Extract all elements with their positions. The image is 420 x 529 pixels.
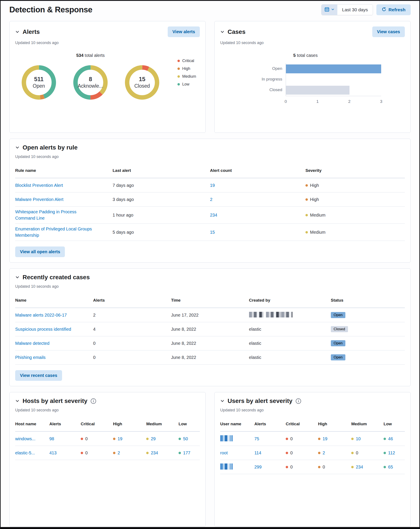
host-name-link[interactable]: windows... [15,436,35,441]
users-collapse-chevron-down-icon[interactable] [220,399,224,403]
legend-item-critical[interactable]: Critical [177,59,196,63]
severity-label: High [310,197,319,202]
users-table: User nameAlertsCriticalHighMediumLow 750… [220,422,405,474]
alert-count-link[interactable]: 234 [210,213,217,217]
severity-dot [383,452,386,454]
users-column-header-low: Low [383,422,405,426]
user-alerts-link[interactable]: 299 [254,464,262,469]
cases-panel: Cases View cases Updated 10 seconds ago … [214,21,411,133]
low-count-cell-value[interactable]: 112 [388,450,395,455]
medium-count-cell: 29 [146,436,179,441]
alerts-total-label: total alerts [85,53,105,58]
hosts-table: Host nameAlertsCriticalHighMediumLow win… [15,422,200,460]
date-range-value[interactable]: Last 30 days [337,5,373,15]
cases-collapse-chevron-down-icon[interactable] [220,30,224,34]
user-name-cell [220,463,254,471]
severity-dot [177,75,180,78]
open-alerts-collapse-chevron-down-icon[interactable] [15,145,20,150]
hosts-info-icon[interactable] [91,398,96,404]
refresh-label: Refresh [389,7,406,12]
low-count-cell-value[interactable]: 65 [388,464,393,470]
date-picker-quick-menu[interactable] [322,5,337,15]
severity-cell: Medium [305,230,405,235]
case-created-by-cell: elastic [249,327,331,332]
host-name-cell: elastic-5... [15,450,49,455]
case-name-link[interactable]: Phishing emails [15,355,46,360]
hosts-collapse-chevron-down-icon[interactable] [15,399,20,403]
refresh-button[interactable]: Refresh [376,4,411,15]
calendar-icon [324,7,329,13]
high-count-cell-value[interactable]: 2 [118,450,120,455]
legend-label: Low [182,82,189,87]
alerts-donut-chart: 534 total alerts 511Open8Acknowle...15Cl… [15,53,200,102]
alert-count-link[interactable]: 19 [210,183,215,188]
view-alerts-button[interactable]: View alerts [168,26,200,37]
user-alerts-cell: 114 [254,450,286,455]
user-table-row: 2990023465 [220,460,405,474]
refresh-icon [381,7,386,13]
case-created-by-cell: elastic [249,355,331,360]
rule-name-link[interactable]: Blocklist Prevention Alert [15,183,63,188]
severity-dot [318,452,320,454]
recent-cases-table: NameAlertsTimeCreated byStatus Malware a… [15,298,405,365]
last-alert-cell: 1 hour ago [113,213,210,218]
user-alerts-link[interactable]: 114 [254,450,261,455]
high-count-cell: 2 [318,450,351,455]
case-name-link[interactable]: Malware alerts 2022-06-17 [15,313,67,317]
medium-count-cell-value[interactable]: 234 [151,450,158,455]
high-count-cell-value[interactable]: 19 [118,436,122,441]
user-table-row: root114020112 [220,446,405,460]
legend-item-low[interactable]: Low [177,82,196,87]
date-range-picker[interactable]: Last 30 days [321,4,373,15]
high-count-cell-value[interactable]: 2 [323,450,325,455]
user-name-cell: root [220,450,254,455]
case-name-link[interactable]: Suspicious process identified [15,327,71,331]
alert-count-link[interactable]: 2 [210,197,212,202]
open-alerts-panel-title: Open alerts by rule [23,144,78,151]
hosts-column-header-low: Low [179,422,200,426]
host-alerts-link[interactable]: 98 [49,436,54,441]
recent-cases-collapse-chevron-down-icon[interactable] [15,275,20,279]
alerts-legend: CriticalHighMediumLow [177,59,196,102]
low-count-cell-value[interactable]: 50 [183,436,188,441]
cases-total-value: 5 [293,53,296,58]
open-alerts-by-rule-panel: Open alerts by rule Updated 10 seconds a… [9,139,411,263]
dashboard-page: Detection & Response Last 30 days Refres… [0,0,420,529]
cases-bar-row [286,64,381,74]
view-cases-button[interactable]: View cases [372,26,405,37]
view-all-open-alerts-button[interactable]: View all open alerts [15,247,65,257]
medium-count-cell-value[interactable]: 234 [356,464,363,470]
rule-name-link[interactable]: Malware Prevention Alert [15,197,63,202]
case-name-link[interactable]: Malware detected [15,341,50,346]
hosts-column-header-host-name: Host name [15,422,49,426]
alert-count-cell: 15 [210,230,305,235]
rule-name-link[interactable]: Enumeration of Privileged Local Groups M… [15,226,92,238]
legend-item-medium[interactable]: Medium [177,74,196,79]
high-count-cell-value[interactable]: 19 [323,436,327,441]
host-alerts-cell: 413 [49,450,81,455]
hosts-column-header-critical: Critical [81,422,113,426]
view-recent-cases-button[interactable]: View recent cases [15,370,62,381]
critical-count-cell-value: 0 [290,450,293,455]
cases-bar-open [286,65,381,73]
user-name-link[interactable]: root [220,450,228,455]
medium-count-cell-value: 0 [356,450,358,455]
cases-total-label: total cases [297,53,318,58]
low-count-cell-value[interactable]: 46 [388,436,393,441]
rule-name-link[interactable]: Whitespace Padding in Process Command Li… [15,209,76,220]
medium-count-cell-value[interactable]: 29 [151,436,156,441]
alert-count-link[interactable]: 15 [210,230,215,235]
medium-count-cell-value[interactable]: 10 [356,436,361,441]
user-alerts-link[interactable]: 75 [254,436,259,441]
alerts-collapse-chevron-down-icon[interactable] [15,30,20,34]
host-alerts-link[interactable]: 413 [49,450,56,455]
low-count-cell-value[interactable]: 177 [183,450,190,455]
chevron-down-icon [331,8,335,12]
severity-dot [286,466,288,468]
legend-item-high[interactable]: High [177,66,196,71]
users-info-icon[interactable] [295,398,301,404]
recent-cases-column-header-status: Status [331,298,405,303]
open-alerts-updated-text: Updated 10 seconds ago [15,155,405,159]
host-name-link[interactable]: elastic-5... [15,450,35,455]
recent-cases-panel-title: Recently created cases [23,274,90,281]
